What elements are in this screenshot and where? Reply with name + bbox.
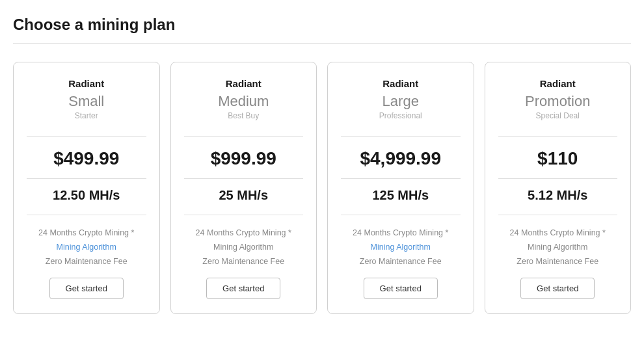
plan-category-large: Professional xyxy=(379,111,422,120)
get-started-button-small[interactable]: Get started xyxy=(49,278,124,299)
plan-feature-large-0: 24 Months Crypto Mining * xyxy=(353,228,448,237)
plan-size-large: Large xyxy=(382,93,419,110)
divider-price-large xyxy=(341,136,461,137)
plan-brand-small: Radiant xyxy=(68,78,104,89)
divider-features-promotion xyxy=(498,215,618,215)
plan-feature-small-2: Zero Maintenance Fee xyxy=(46,257,127,266)
plan-feature-medium-2: Zero Maintenance Fee xyxy=(202,257,284,266)
divider-price-small xyxy=(27,136,146,137)
divider-features-large xyxy=(341,215,461,215)
divider-features-small xyxy=(27,215,146,215)
divider-price-medium xyxy=(184,136,304,137)
plan-features-large: 24 Months Crypto Mining * Mining Algorit… xyxy=(341,228,461,266)
plan-brand-medium: Radiant xyxy=(226,78,262,89)
plan-feature-medium-1: Mining Algorithm xyxy=(213,243,273,252)
plan-feature-promotion-2: Zero Maintenance Fee xyxy=(517,257,598,266)
divider-hashrate-large xyxy=(341,178,461,179)
get-started-button-medium[interactable]: Get started xyxy=(206,278,280,299)
plan-category-promotion: Special Deal xyxy=(536,111,580,120)
divider-hashrate-small xyxy=(27,178,146,179)
get-started-button-promotion[interactable]: Get started xyxy=(520,278,595,299)
plan-card-promotion: Radiant Promotion Special Deal $110 5.12… xyxy=(485,62,632,314)
plan-size-medium: Medium xyxy=(218,93,269,110)
plan-price-promotion: $110 xyxy=(537,148,578,169)
plan-feature-small-1: Mining Algorithm xyxy=(57,243,116,252)
plan-hashrate-promotion: 5.12 MH/s xyxy=(528,188,587,203)
plan-card-medium: Radiant Medium Best Buy $999.99 25 MH/s … xyxy=(170,62,317,314)
divider-price-promotion xyxy=(498,136,618,137)
plan-feature-medium-0: 24 Months Crypto Mining * xyxy=(196,228,291,237)
divider-hashrate-medium xyxy=(184,178,304,179)
plan-brand-promotion: Radiant xyxy=(540,78,576,89)
plan-card-large: Radiant Large Professional $4,999.99 125… xyxy=(327,62,474,314)
plan-price-large: $4,999.99 xyxy=(360,148,441,169)
plan-size-small: Small xyxy=(68,93,104,110)
plan-brand-large: Radiant xyxy=(382,78,418,89)
plan-feature-small-0: 24 Months Crypto Mining * xyxy=(38,228,134,237)
plan-feature-promotion-1: Mining Algorithm xyxy=(528,243,587,252)
get-started-button-large[interactable]: Get started xyxy=(364,278,438,299)
plan-feature-promotion-0: 24 Months Crypto Mining * xyxy=(510,228,606,237)
plan-size-promotion: Promotion xyxy=(525,93,590,110)
plan-feature-large-1: Mining Algorithm xyxy=(371,243,431,252)
page-header: Choose a mining plan xyxy=(13,16,631,44)
plan-features-promotion: 24 Months Crypto Mining * Mining Algorit… xyxy=(498,228,618,266)
plan-features-small: 24 Months Crypto Mining * Mining Algorit… xyxy=(27,228,146,266)
plan-hashrate-medium: 25 MH/s xyxy=(219,188,268,203)
plan-feature-large-2: Zero Maintenance Fee xyxy=(360,257,442,266)
plan-category-medium: Best Buy xyxy=(228,111,259,120)
divider-features-medium xyxy=(184,215,304,215)
plan-category-small: Starter xyxy=(75,111,98,120)
plan-card-small: Radiant Small Starter $499.99 12.50 MH/s… xyxy=(13,62,160,314)
plans-grid: Radiant Small Starter $499.99 12.50 MH/s… xyxy=(13,62,631,314)
divider-hashrate-promotion xyxy=(498,178,618,179)
plan-price-small: $499.99 xyxy=(53,148,119,169)
page-title: Choose a mining plan xyxy=(13,16,631,34)
plan-price-medium: $999.99 xyxy=(211,148,276,169)
plan-hashrate-small: 12.50 MH/s xyxy=(53,188,120,203)
plan-hashrate-large: 125 MH/s xyxy=(372,188,429,203)
plan-features-medium: 24 Months Crypto Mining * Mining Algorit… xyxy=(184,228,304,266)
